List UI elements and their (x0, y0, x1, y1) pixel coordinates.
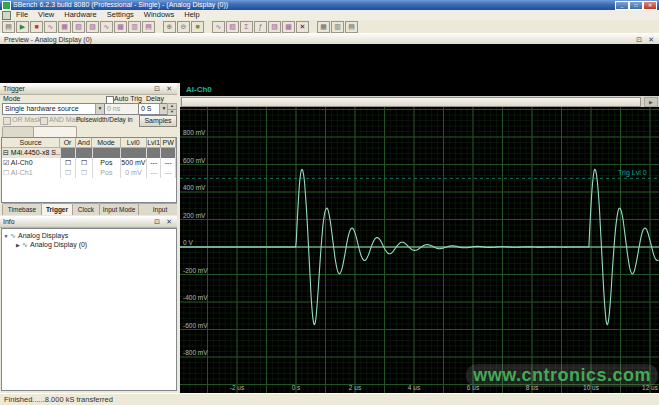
table-header-and: And (76, 138, 93, 148)
fft-icon[interactable]: ▧ (226, 21, 239, 33)
layout-icon[interactable]: ▤ (345, 21, 358, 33)
menu-item-view[interactable]: View (33, 10, 59, 20)
table-header-or: Or (60, 138, 76, 148)
tab-input-channels[interactable]: Input Channels (138, 203, 182, 215)
expand-arrow-icon[interactable]: ▶ (14, 241, 22, 250)
zoom-out-icon[interactable]: ⊖ (177, 21, 190, 33)
float-icon[interactable]: ⊡ (636, 36, 644, 43)
sum-analysis-icon[interactable]: Σ (240, 21, 253, 33)
waveform-plot[interactable]: 800 mV600 mV400 mV200 mV0 V-200 mV-400 m… (180, 107, 659, 393)
mode-cell: Pos (93, 168, 121, 178)
tab-clock[interactable]: Clock (72, 203, 100, 215)
tree-item-analog-display-0[interactable]: ▶∿Analog Display (0) (2, 240, 176, 249)
pw-cell: --- (161, 168, 176, 178)
trigger-mode-select[interactable]: Single hardware source ▼ (2, 103, 105, 115)
table-display-icon[interactable]: ▥ (128, 21, 141, 33)
histogram-display-icon[interactable]: ▩ (114, 21, 127, 33)
measure-icon[interactable]: ■ (191, 21, 204, 33)
source-cell[interactable]: ☐ AI-Ch1 (2, 168, 61, 178)
and-checkbox[interactable]: ☐ (76, 168, 92, 178)
filter-icon[interactable]: ▨ (268, 21, 281, 33)
stop-acquisition-icon[interactable]: ■ (30, 21, 43, 33)
tab-trigger[interactable]: Trigger (41, 203, 73, 215)
function-icon[interactable]: ƒ (254, 21, 267, 33)
group-cell (121, 148, 147, 158)
xy-display-icon[interactable]: ▨ (86, 21, 99, 33)
channel-tab-ai-ch0[interactable]: AI-Ch0 (186, 85, 212, 94)
minimize-button[interactable]: _ (615, 1, 629, 10)
info-tree: ▼∿Analog Displays▶∿Analog Display (0) (1, 228, 177, 391)
group-cell (147, 148, 162, 158)
cascade-windows-icon[interactable]: ▥ (331, 21, 344, 33)
source-cell[interactable]: ☑ AI-Ch0 (2, 158, 61, 168)
new-file-icon[interactable]: ▤ (2, 21, 15, 33)
tab-timebase[interactable]: Timebase (2, 203, 42, 215)
close-icon[interactable]: ✕ (648, 36, 656, 43)
info-panel-title: Info (3, 217, 15, 227)
delay-label: Delay (146, 95, 164, 102)
scrollbar-right-arrow[interactable]: ▶ (644, 97, 658, 107)
lvl1-cell: --- (147, 158, 162, 168)
menu-item-hardware[interactable]: Hardware (59, 10, 102, 20)
delay-ns-field[interactable]: 0 ns (104, 103, 139, 115)
chevron-down-icon[interactable]: ▼ (95, 104, 104, 114)
watermark: www.cntronics.com (466, 364, 658, 387)
maximize-button[interactable]: □ (629, 1, 643, 10)
menu-item-settings[interactable]: Settings (102, 10, 139, 20)
app-icon (2, 1, 11, 10)
preview-display-area (0, 44, 659, 83)
close-button[interactable]: ✕ (643, 1, 657, 10)
group-cell (161, 148, 176, 158)
group-source-cell: ⊟ M4i.4450-x8 S... (2, 148, 61, 158)
close-all-icon[interactable]: ✕ (296, 21, 309, 33)
table-row[interactable]: ☑ AI-Ch0☐☐Pos500 mV------ (2, 158, 176, 168)
menu-item-windows[interactable]: Windows (139, 10, 179, 20)
close-icon[interactable]: ✕ (166, 85, 174, 92)
menu-item-help[interactable]: Help (179, 10, 204, 20)
scrollbar-thumb[interactable] (181, 97, 641, 107)
status-text: Finished......8.000 kS transferred (4, 394, 113, 405)
trigger-dock-icons[interactable]: ⊡ ✕ (154, 84, 174, 94)
samples-button[interactable]: Samples (139, 115, 177, 127)
lvl0-cell: 500 mV (121, 158, 147, 168)
trigger-mode-value: Single hardware source (5, 105, 79, 112)
or-checkbox[interactable]: ☐ (61, 158, 76, 168)
toolbar: ▤▶■∿▦▧▨∿▩▥▤⊕⊖■∿▧Σƒ▨▩✕▦▥▤ (0, 20, 659, 34)
mode-label: Mode (3, 95, 21, 102)
y-tick-label: 0 V (183, 239, 193, 246)
spectrum-display-icon[interactable]: ▧ (72, 21, 85, 33)
report-display-icon[interactable]: ▤ (142, 21, 155, 33)
auto-trig-label: Auto Trig (114, 95, 142, 102)
float-icon[interactable]: ⊡ (154, 85, 162, 92)
tab-input-mode[interactable]: Input Mode (99, 203, 139, 215)
group-cell (61, 148, 76, 158)
table-group-row[interactable]: ⊟ M4i.4450-x8 S... (2, 148, 176, 158)
x-tick-label: 0 s (292, 384, 301, 391)
analog-display-icon[interactable]: ∿ (44, 21, 57, 33)
and-checkbox[interactable]: ☐ (76, 158, 92, 168)
digital-display-icon[interactable]: ▦ (58, 21, 71, 33)
delay-spinner: ▲ ▼ (167, 103, 176, 115)
delay-samples-select[interactable]: 0 S ▼ (138, 103, 169, 115)
or-mask-checkbox[interactable] (3, 117, 11, 125)
x-tick-label: 4 us (408, 384, 421, 391)
cursor-icon[interactable]: ∿ (212, 21, 225, 33)
waterfall-display-icon[interactable]: ∿ (100, 21, 113, 33)
table-row[interactable]: ☐ AI-Ch1☐☐Pos0 mV------ (2, 168, 176, 178)
trigger-level-label: Trig Lvl 0 (618, 169, 647, 177)
float-icon[interactable]: ⊡ (154, 218, 162, 225)
or-checkbox[interactable]: ☐ (61, 168, 76, 178)
close-icon[interactable]: ✕ (166, 218, 174, 225)
menu-item-file[interactable]: File (11, 10, 33, 20)
trigger-channels-table: SourceOrAndModeLvl0Lvl1PW⊟ M4i.4450-x8 S… (1, 137, 177, 203)
mode-cell: Pos (93, 158, 121, 168)
start-acquisition-icon[interactable]: ▶ (16, 21, 29, 33)
annotate-icon[interactable]: ▩ (282, 21, 295, 33)
zoom-in-icon[interactable]: ⊕ (163, 21, 176, 33)
tile-windows-icon[interactable]: ▦ (317, 21, 330, 33)
group-cell (76, 148, 92, 158)
and-mask-checkbox[interactable] (40, 117, 48, 125)
info-dock-icons[interactable]: ⊡ ✕ (154, 217, 174, 227)
tree-item-analog-displays[interactable]: ▼∿Analog Displays (2, 231, 176, 240)
system-menu-icon[interactable] (2, 11, 11, 20)
